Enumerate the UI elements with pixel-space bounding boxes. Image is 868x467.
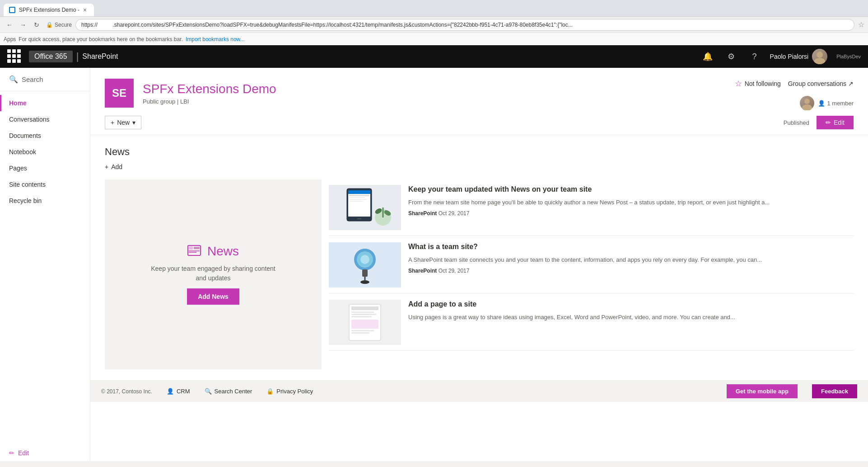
group-conversations-link[interactable]: Group conversations ↗ <box>788 80 854 87</box>
waffle-dot <box>12 54 16 58</box>
waffle-dot <box>12 49 16 53</box>
browser-tab[interactable]: SPFx Extensions Demo - × <box>4 4 94 16</box>
sidebar-item-recycle-bin[interactable]: Recycle bin <box>0 193 90 209</box>
svg-point-0 <box>817 52 823 58</box>
crm-icon: 👤 <box>167 388 174 395</box>
sidebar-item-label: Conversations <box>9 116 50 123</box>
site-actions-top: ☆ Not following Group conversations ↗ <box>735 79 854 89</box>
group-conversations-label: Group conversations <box>788 80 846 87</box>
news-item-source: SharePoint <box>408 210 437 217</box>
sidebar-edit-label: Edit <box>18 449 29 457</box>
waffle-dot <box>12 59 16 63</box>
news-item-date: Oct 29, 2017 <box>439 210 470 217</box>
app-name[interactable]: SharePoint <box>82 52 118 61</box>
sidebar-item-home[interactable]: Home <box>0 95 90 111</box>
sidebar-item-notebook[interactable]: Notebook <box>0 144 90 160</box>
search-center-label: Search Center <box>215 388 252 395</box>
privacy-icon: 🔒 <box>266 388 274 395</box>
add-news-button[interactable]: Add News <box>187 288 239 305</box>
crm-label: CRM <box>177 388 190 395</box>
news-list: Keep your team updated with News on your… <box>329 179 854 369</box>
back-button[interactable]: ← <box>4 19 15 31</box>
news-add-plus-icon: + <box>105 163 108 170</box>
sidebar-search[interactable]: 🔍 Search <box>0 68 90 91</box>
svg-rect-36 <box>351 320 378 329</box>
news-item-desc: From the new team site home page you'll … <box>408 198 854 207</box>
star-icon: ☆ <box>735 79 742 89</box>
forward-button[interactable]: → <box>17 19 29 31</box>
crm-link[interactable]: 👤 CRM <box>167 388 190 395</box>
sidebar: 🔍 Search Home Conversations Documents No… <box>0 68 90 461</box>
svg-rect-27 <box>362 269 368 277</box>
news-item[interactable]: What is a team site? A SharePoint team s… <box>329 237 854 293</box>
get-mobile-app-button[interactable]: Get the mobile app <box>727 384 798 398</box>
svg-rect-5 <box>189 246 193 250</box>
refresh-button[interactable]: ↻ <box>31 19 42 31</box>
sidebar-item-conversations[interactable]: Conversations <box>0 111 90 127</box>
site-logo: SE <box>105 79 134 108</box>
svg-rect-38 <box>351 332 369 334</box>
svg-point-26 <box>360 255 369 264</box>
sidebar-edit-button[interactable]: ✏ Edit <box>0 445 90 461</box>
sidebar-item-pages[interactable]: Pages <box>0 160 90 176</box>
svg-rect-18 <box>357 218 361 219</box>
search-center-link[interactable]: 🔍 Search Center <box>205 388 252 395</box>
apps-label: Apps <box>4 36 16 42</box>
feedback-button[interactable]: Feedback <box>812 384 857 398</box>
site-group-type: Public group <box>143 98 175 105</box>
edit-button[interactable]: ✏ Edit <box>817 116 854 129</box>
new-button[interactable]: + New ▾ <box>105 116 141 129</box>
bookmarks-bar: Apps For quick access, place your bookma… <box>0 33 868 45</box>
svg-rect-12 <box>348 190 370 217</box>
svg-point-2 <box>804 99 810 104</box>
lock-icon: 🔒 <box>46 22 53 28</box>
user-avatar-image <box>812 49 827 64</box>
waffle-menu-icon[interactable] <box>7 49 22 64</box>
news-item[interactable]: Keep your team updated with News on your… <box>329 179 854 236</box>
news-item-desc: A SharePoint team site connects you and … <box>408 255 854 264</box>
waffle-dot <box>7 54 11 58</box>
news-placeholder-title: News <box>207 244 239 259</box>
import-bookmarks-link[interactable]: Import bookmarks now... <box>186 36 245 42</box>
search-label: Search <box>22 75 43 83</box>
svg-point-29 <box>360 280 369 284</box>
privacy-label: Privacy Policy <box>276 388 313 395</box>
address-input[interactable] <box>75 19 854 31</box>
person-icon: 👤 <box>818 100 825 107</box>
office-badge[interactable]: Office 365 <box>29 51 73 62</box>
site-title-area: SPFx Extensions Demo Public group | LBI <box>143 82 276 105</box>
sidebar-item-label: Site contents <box>9 181 46 188</box>
bookmark-star-icon[interactable]: ☆ <box>858 20 864 29</box>
address-bar: ← → ↻ 🔒 Secure ☆ <box>0 16 868 33</box>
tab-close-button[interactable]: × <box>83 6 87 14</box>
nav-buttons: ← → ↻ <box>4 19 42 31</box>
help-icon[interactable]: ? <box>747 48 763 65</box>
chevron-down-icon: ▾ <box>132 119 135 126</box>
sidebar-navigation: Home Conversations Documents Notebook Pa… <box>0 91 90 441</box>
member-info[interactable]: 👤 1 member <box>800 96 854 110</box>
news-add-link[interactable]: + Add <box>105 163 854 170</box>
not-following-button[interactable]: ☆ Not following <box>735 79 781 89</box>
toolbar-right: Published ✏ Edit <box>784 116 854 129</box>
news-item-title: What is a team site? <box>408 242 854 252</box>
sidebar-item-label: Notebook <box>9 148 36 156</box>
search-icon: 🔍 <box>9 75 18 84</box>
notifications-icon[interactable]: 🔔 <box>700 48 716 65</box>
settings-icon[interactable]: ⚙ <box>723 48 739 65</box>
news-item[interactable]: Add a page to a site Using pages is a gr… <box>329 294 854 351</box>
svg-rect-33 <box>351 311 374 313</box>
sidebar-item-site-contents[interactable]: Site contents <box>0 176 90 193</box>
news-item-title: Keep your team updated with News on your… <box>408 185 854 194</box>
site-title[interactable]: SPFx Extensions Demo <box>143 82 276 96</box>
svg-rect-37 <box>351 330 374 331</box>
user-info[interactable]: Paolo Pialorsi <box>770 49 828 64</box>
tab-favicon <box>9 7 15 13</box>
app-name-separator: | <box>76 51 79 62</box>
svg-rect-35 <box>351 316 372 317</box>
sidebar-item-documents[interactable]: Documents <box>0 127 90 144</box>
edit-pencil-icon: ✏ <box>9 449 14 457</box>
search-center-icon: 🔍 <box>205 388 212 395</box>
svg-rect-14 <box>349 195 369 196</box>
privacy-policy-link[interactable]: 🔒 Privacy Policy <box>266 388 313 395</box>
footer: © 2017, Contoso Inc. 👤 CRM 🔍 Search Cent… <box>90 380 868 402</box>
